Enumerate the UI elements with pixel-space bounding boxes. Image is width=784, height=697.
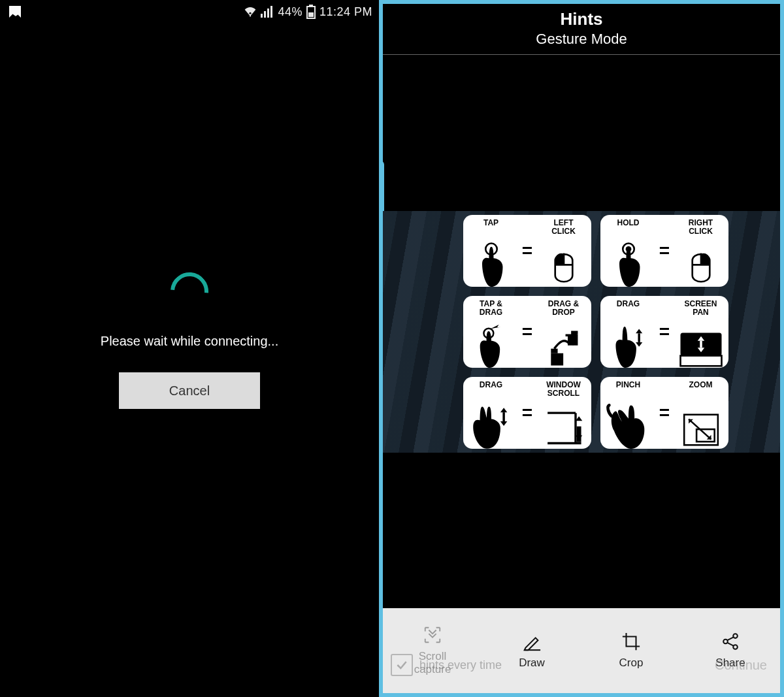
svg-rect-27 bbox=[502, 412, 504, 421]
svg-rect-19 bbox=[700, 340, 702, 348]
gesture-card-two-finger-drag: DRAG = WINDOW SCROLL bbox=[463, 377, 591, 449]
svg-point-36 bbox=[733, 634, 738, 638]
card-label: SCREEN PAN bbox=[684, 300, 717, 317]
hints-title: Hints bbox=[383, 9, 780, 29]
drag-finger-updown-icon bbox=[600, 308, 656, 368]
equals-icon: = bbox=[656, 377, 673, 449]
loading-spinner-icon bbox=[163, 265, 216, 318]
tap-drag-finger-icon bbox=[463, 317, 519, 368]
equals-icon: = bbox=[656, 296, 673, 368]
toolbar-label: Crop bbox=[619, 656, 644, 670]
svg-rect-25 bbox=[713, 357, 718, 365]
gesture-card-tapdrag: TAP & DRAG = DRAG & DROP bbox=[463, 296, 591, 368]
share-icon bbox=[721, 632, 740, 651]
toolbar-label: Share bbox=[715, 656, 745, 670]
card-label: ZOOM bbox=[689, 381, 713, 389]
scroll-capture-icon bbox=[423, 625, 442, 645]
card-label: HOLD bbox=[617, 219, 640, 227]
gesture-card-hold: HOLD = RIGHT CLICK bbox=[600, 215, 728, 287]
connecting-text: Please wait while connecting... bbox=[101, 334, 278, 349]
equals-icon: = bbox=[519, 377, 536, 449]
equals-icon: = bbox=[519, 215, 536, 287]
mouse-left-click-icon bbox=[536, 236, 591, 287]
pinch-hand-icon bbox=[600, 389, 656, 449]
svg-rect-22 bbox=[694, 357, 699, 365]
two-finger-drag-icon bbox=[463, 389, 519, 449]
gesture-card-pinch: PINCH = ZOOM bbox=[600, 377, 728, 449]
crop-button[interactable]: Crop bbox=[581, 608, 681, 693]
hints-subtitle: Gesture Mode bbox=[383, 31, 780, 48]
screenshot-toolbar: Scroll capture Draw Crop bbox=[383, 608, 780, 693]
equals-icon: = bbox=[519, 296, 536, 368]
crop-icon bbox=[621, 632, 641, 651]
card-label: PINCH bbox=[616, 381, 640, 389]
mouse-right-click-icon bbox=[673, 236, 728, 287]
card-label: DRAG bbox=[480, 381, 502, 389]
gesture-card-drag-pan: DRAG = SCREEN PAN bbox=[600, 296, 728, 368]
toolbar-label: Scroll capture bbox=[414, 650, 451, 676]
hints-body: TAP = LEFT CLICK bbox=[383, 55, 780, 608]
draw-button[interactable]: Draw bbox=[482, 608, 581, 693]
toolbar-label: Draw bbox=[519, 656, 545, 670]
gesture-cards-grid: TAP = LEFT CLICK bbox=[463, 215, 728, 449]
svg-line-39 bbox=[727, 637, 733, 640]
card-label: DRAG bbox=[617, 300, 640, 308]
left-phone-screen: 44% 11:24 PM Please wait while connectin… bbox=[0, 0, 379, 697]
card-label: LEFT CLICK bbox=[551, 219, 576, 236]
gesture-card-tap: TAP = LEFT CLICK bbox=[463, 215, 591, 287]
card-label: RIGHT CLICK bbox=[689, 219, 713, 236]
svg-rect-24 bbox=[706, 357, 711, 365]
card-label: DRAG & DROP bbox=[548, 300, 579, 317]
svg-rect-21 bbox=[687, 357, 693, 365]
hints-header: Hints Gesture Mode bbox=[383, 4, 780, 55]
svg-rect-20 bbox=[681, 357, 687, 365]
svg-line-40 bbox=[727, 643, 733, 646]
drag-drop-icon bbox=[536, 317, 591, 368]
connecting-dialog: Please wait while connecting... Cancel bbox=[0, 4, 379, 677]
scroll-capture-button[interactable]: Scroll capture bbox=[383, 608, 482, 693]
svg-rect-17 bbox=[638, 333, 640, 342]
svg-point-37 bbox=[723, 640, 728, 644]
right-phone-screen: Hints Gesture Mode TAP bbox=[379, 0, 784, 697]
tap-finger-icon bbox=[463, 227, 519, 287]
share-button[interactable]: Share bbox=[681, 608, 780, 693]
cancel-button[interactable]: Cancel bbox=[119, 372, 260, 409]
card-label: TAP bbox=[483, 219, 498, 227]
card-label: TAP & DRAG bbox=[480, 300, 502, 317]
equals-icon: = bbox=[656, 215, 673, 287]
card-label: WINDOW SCROLL bbox=[546, 381, 581, 398]
svg-rect-23 bbox=[700, 357, 706, 365]
svg-point-38 bbox=[733, 645, 738, 649]
screen-pan-icon bbox=[673, 317, 728, 368]
window-scroll-icon bbox=[536, 398, 591, 449]
pencil-icon bbox=[522, 632, 542, 651]
hold-finger-icon bbox=[600, 227, 656, 287]
zoom-icon bbox=[673, 389, 728, 449]
